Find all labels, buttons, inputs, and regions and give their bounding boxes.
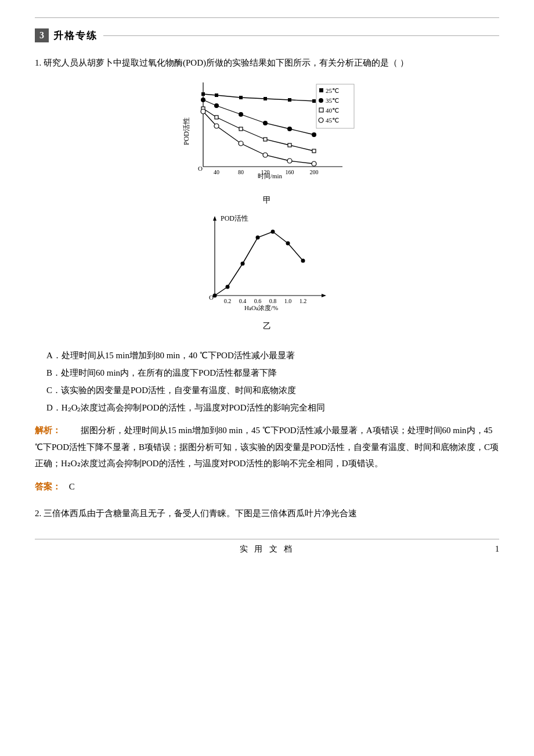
question-1: 1. 研究人员从胡萝卜中提取过氧化物酶(POD)所做的实验结果如下图所示，有关分… [35, 55, 499, 495]
chart-beta-wrapper: POD活性 H₂O₂浓度/% O 0.2 0.4 0.6 0.8 1.0 1.2 [192, 211, 342, 332]
chart-beta-svg: POD活性 H₂O₂浓度/% O 0.2 0.4 0.6 0.8 1.0 1.2 [192, 211, 342, 319]
svg-text:POD活性: POD活性 [182, 117, 190, 145]
footer: 实 用 文 档 1 [35, 539, 499, 555]
analysis-label: 解析： [35, 426, 61, 435]
svg-rect-26 [288, 143, 291, 147]
svg-point-28 [201, 109, 205, 114]
svg-point-29 [214, 124, 219, 128]
chart-alpha-wrapper: POD活性 时间/min O 40 80 120 160 200 [177, 77, 357, 206]
section-number: 3 [35, 28, 49, 42]
svg-point-57 [226, 285, 230, 289]
question-2: 2. 三倍体西瓜由于含糖量高且无子，备受人们青睐。下图是三倍体西瓜叶片净光合速 [35, 506, 499, 521]
footer-page: 1 [495, 545, 499, 554]
svg-text:40℃: 40℃ [326, 107, 339, 114]
svg-text:H₂O₂浓度/%: H₂O₂浓度/% [244, 304, 278, 311]
svg-text:35℃: 35℃ [326, 97, 339, 104]
svg-point-40 [319, 118, 323, 123]
svg-text:0.6: 0.6 [254, 298, 262, 304]
analysis-text: 据图分析，处理时间从15 min增加到80 min，45 ℃下POD活性减小最显… [35, 426, 499, 468]
svg-text:25℃: 25℃ [326, 87, 339, 94]
svg-text:O: O [198, 165, 203, 172]
answer-block: 答案： C [35, 478, 499, 495]
svg-point-58 [241, 262, 245, 266]
section-underline [103, 35, 499, 36]
svg-rect-34 [319, 88, 323, 92]
svg-marker-46 [322, 294, 326, 297]
charts-container: POD活性 时间/min O 40 80 120 160 200 [35, 77, 499, 337]
svg-point-61 [286, 242, 290, 246]
option-a: A．处理时间从15 min增加到80 min，40 ℃下POD活性减小最显著 [46, 347, 499, 364]
svg-point-62 [301, 259, 305, 263]
analysis-block: 解析： 据图分析，处理时间从15 min增加到80 min，45 ℃下POD活性… [35, 422, 499, 472]
svg-point-33 [312, 161, 316, 166]
svg-point-30 [239, 141, 243, 146]
section-header: 3 升格专练 [35, 28, 499, 42]
svg-text:POD活性: POD活性 [221, 214, 248, 222]
svg-point-19 [263, 121, 268, 125]
svg-rect-12 [239, 96, 243, 99]
svg-point-36 [319, 98, 323, 103]
svg-point-17 [214, 103, 219, 108]
option-d: D．H₂O₂浓度过高会抑制POD的活性，与温度对POD活性的影响完全相同 [46, 399, 499, 416]
svg-point-60 [271, 230, 275, 234]
footer-center-text: 实 用 文 档 [240, 544, 295, 555]
svg-rect-38 [319, 108, 323, 112]
svg-point-59 [256, 236, 260, 240]
svg-text:0.8: 0.8 [269, 298, 277, 304]
top-divider [35, 17, 499, 18]
svg-text:1.2: 1.2 [300, 298, 307, 304]
svg-rect-25 [264, 138, 267, 141]
svg-point-21 [312, 132, 316, 137]
svg-point-31 [263, 153, 268, 157]
svg-rect-27 [312, 149, 316, 153]
svg-rect-10 [201, 92, 205, 96]
svg-rect-14 [288, 98, 291, 102]
question-1-text: 1. 研究人员从胡萝卜中提取过氧化物酶(POD)所做的实验结果如下图所示，有关分… [35, 55, 499, 71]
option-c: C．该实验的因变量是POD活性，自变量有温度、时间和底物浓度 [46, 381, 499, 399]
svg-point-16 [201, 98, 205, 102]
svg-text:0.4: 0.4 [239, 298, 247, 304]
svg-text:0.2: 0.2 [224, 298, 232, 304]
svg-text:200: 200 [310, 169, 319, 175]
svg-text:160: 160 [286, 169, 294, 175]
svg-point-56 [213, 294, 217, 298]
svg-text:45℃: 45℃ [326, 117, 339, 124]
svg-rect-23 [215, 116, 218, 119]
svg-text:40: 40 [214, 169, 219, 175]
answer-value: C [69, 482, 75, 491]
svg-point-20 [287, 127, 292, 131]
chart-alpha-svg: POD活性 时间/min O 40 80 120 160 200 [177, 77, 357, 193]
section-title: 升格专练 [53, 29, 98, 42]
options-block: A．处理时间从15 min增加到80 min，40 ℃下POD活性减小最显著 B… [46, 347, 499, 416]
svg-rect-11 [215, 93, 218, 97]
svg-marker-45 [213, 216, 217, 221]
svg-text:1.0: 1.0 [284, 298, 292, 304]
answer-label: 答案： [35, 482, 61, 491]
svg-point-32 [287, 159, 292, 163]
svg-rect-24 [239, 127, 243, 131]
svg-rect-13 [264, 97, 267, 100]
chart-alpha-label: 甲 [263, 195, 271, 206]
svg-text:120: 120 [261, 169, 270, 175]
chart-beta-label: 乙 [263, 321, 271, 332]
option-b: B．处理时间60 min内，在所有的温度下POD活性都显著下降 [46, 364, 499, 381]
svg-rect-15 [312, 99, 316, 103]
svg-text:80: 80 [238, 169, 244, 175]
svg-point-18 [239, 112, 243, 117]
question-2-text: 2. 三倍体西瓜由于含糖量高且无子，备受人们青睐。下图是三倍体西瓜叶片净光合速 [35, 506, 499, 521]
